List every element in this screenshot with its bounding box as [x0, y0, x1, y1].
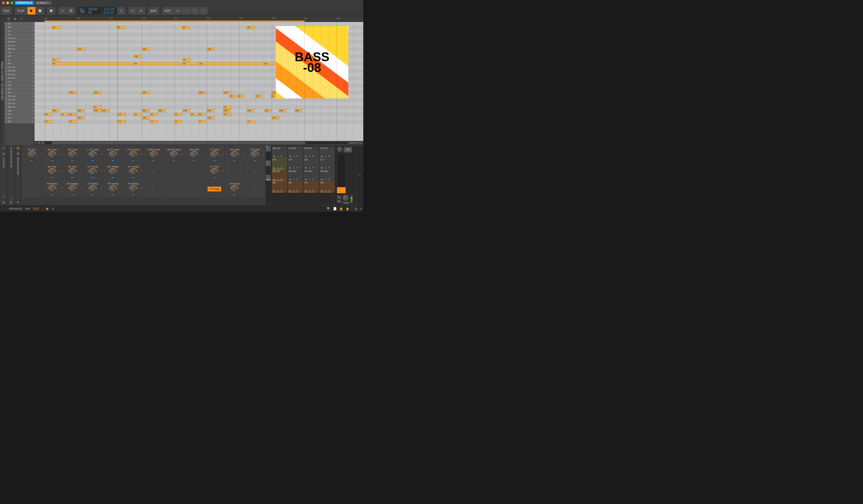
param-bd-level[interactable]: BD Level‹±●━	[42, 147, 62, 163]
automation-write-button[interactable]: w	[59, 7, 66, 14]
pad-ctrl-S[interactable]: S	[276, 155, 279, 158]
settings-icon[interactable]: ⚙	[51, 207, 54, 210]
param-ch-level[interactable]: CH Level‹±●━	[245, 147, 265, 163]
track-row[interactable]: 1MT◀	[4, 55, 34, 59]
note[interactable]: G1	[237, 95, 244, 98]
knob[interactable]	[109, 186, 117, 193]
pad-ctrl-▶[interactable]: ▶	[273, 190, 276, 192]
pad-ctrl-S[interactable]: S	[324, 190, 327, 192]
drum-pad-bd-acc[interactable]: BD Acc▶SM	[272, 169, 287, 181]
mix-view-button[interactable]: MIX	[25, 207, 30, 210]
note[interactable]: D3	[247, 26, 254, 29]
track-mute-icon[interactable]: ◀	[32, 51, 33, 54]
track-mute-icon[interactable]: ◀	[32, 73, 33, 75]
note[interactable]: C#1	[77, 116, 85, 119]
pad-ctrl-M[interactable]: M	[296, 155, 299, 158]
note[interactable]: D#1	[264, 109, 272, 112]
param-ma-cp-level[interactable]: MA/CP Level‹±●━	[164, 147, 184, 163]
pad-ctrl-S[interactable]: S	[308, 167, 311, 169]
track-row[interactable]: 1CL◀	[4, 33, 34, 37]
send-knob[interactable]	[337, 147, 343, 152]
track-row[interactable]: 1HT Acc◀	[4, 37, 34, 40]
pad-ctrl-M[interactable]: M	[312, 190, 315, 192]
track-row[interactable]: 1CP Acc◀	[4, 73, 34, 76]
copy-button[interactable]	[191, 7, 199, 14]
param-mc-tuning[interactable]: MC Tuning‹±●━	[103, 163, 123, 180]
track-row[interactable]: 1MA◀	[4, 91, 34, 95]
knob[interactable]	[109, 151, 117, 159]
knob[interactable]	[211, 168, 218, 176]
knob[interactable]	[190, 151, 198, 159]
edit-view-button[interactable]: EDIT	[33, 207, 39, 210]
track-mute-icon[interactable]: ◀	[32, 44, 33, 47]
stop-button[interactable]	[36, 7, 44, 14]
chain-active-icon[interactable]: ●	[10, 147, 12, 150]
project-tab[interactable]: ▶ New 2* ×	[36, 1, 51, 5]
note[interactable]: G#1	[223, 91, 231, 94]
footer-tool3[interactable]: ⚙	[42, 142, 44, 144]
pad-ctrl-M[interactable]: M	[312, 167, 315, 169]
record-button[interactable]	[47, 7, 55, 14]
note[interactable]: C1	[198, 120, 206, 123]
knob[interactable]	[170, 151, 178, 159]
note[interactable]: D3	[182, 26, 189, 29]
note[interactable]: G#1	[69, 91, 76, 94]
note[interactable]: F#2	[134, 55, 141, 58]
knob[interactable]	[129, 151, 137, 159]
note[interactable]: D#1	[207, 109, 214, 112]
knob[interactable]	[69, 151, 76, 159]
note[interactable]: F2	[183, 59, 190, 62]
empty-param-slot[interactable]: +	[22, 180, 42, 198]
note[interactable]: G1	[229, 95, 236, 98]
note[interactable]: D#1	[77, 109, 85, 112]
expand-icon[interactable]: ◐	[2, 200, 5, 204]
note[interactable]: D1	[69, 113, 76, 116]
note[interactable]: C#1	[207, 116, 214, 119]
pad-selector-3[interactable]	[266, 175, 271, 180]
pad-ctrl-M[interactable]: M	[280, 190, 283, 192]
horizontal-scrollbar[interactable]	[46, 142, 348, 144]
zoom-value[interactable]: 1/16	[350, 142, 354, 144]
track-mute-icon[interactable]: ◀	[32, 77, 33, 79]
note[interactable]: E1	[93, 106, 101, 109]
drum-pad-cp[interactable]: CP▶SM	[288, 158, 303, 169]
pad-ctrl-▶[interactable]: ▶	[273, 167, 276, 169]
param-sd-level[interactable]: SD Level‹±●━	[62, 147, 82, 163]
track-row[interactable]: 1CH Acc◀	[4, 98, 34, 102]
pad-ctrl-S[interactable]: S	[292, 167, 295, 169]
note[interactable]: G#2	[77, 48, 85, 51]
param-oh-level[interactable]: OH Level‹±●━	[225, 147, 245, 163]
param-h-c-t-level[interactable]: H C/T Level‹±●━	[123, 147, 143, 163]
track-mute-icon[interactable]: ◀	[32, 30, 33, 32]
empty-param-slot[interactable]: +	[184, 180, 204, 198]
note[interactable]: D#1	[142, 109, 149, 112]
device-indicator-icon[interactable]: ●	[17, 200, 19, 204]
knob[interactable]	[231, 186, 238, 193]
note[interactable]: D#1	[223, 109, 231, 112]
track-row[interactable]: 1MA Acc◀	[4, 76, 34, 80]
history-icon[interactable]: ⟲	[2, 195, 5, 198]
panel-toggle-icon[interactable]: ▣	[46, 207, 49, 210]
pad-ctrl-M[interactable]: M	[280, 167, 283, 169]
note[interactable]: D1	[190, 113, 198, 116]
note[interactable]: G#1	[198, 91, 206, 94]
param-bd-tone[interactable]: BD Tone‹±●━	[42, 163, 62, 180]
zoom-dropdown-icon[interactable]: ▾	[355, 142, 356, 144]
drum-pad-cp-acc[interactable]: CP Acc▶SM	[288, 147, 303, 158]
position-display[interactable]: 1.3.2.23 0:01.107	[102, 7, 117, 14]
note[interactable]: F2	[52, 59, 60, 62]
crown-icon[interactable]: ♛	[2, 147, 5, 150]
piano-icon[interactable]: ▥	[2, 152, 5, 155]
redo-button[interactable]	[183, 7, 190, 14]
pad-ctrl-S[interactable]: S	[308, 178, 311, 180]
mixer-icon[interactable]: ▥	[354, 207, 357, 210]
note[interactable]: C1	[247, 120, 255, 123]
loop-button[interactable]	[128, 7, 136, 14]
track-mute-icon[interactable]: ◀	[32, 95, 33, 97]
note[interactable]: C#1	[142, 116, 149, 119]
grid-view-icon[interactable]: ⊞	[12, 16, 18, 22]
track-row[interactable]: 1BD Acc◀	[4, 105, 34, 109]
param-lt-tuning[interactable]: LT Tuning‹±●━	[83, 180, 102, 198]
track-mute-icon[interactable]: ◀	[32, 91, 33, 94]
track-mute-icon[interactable]: ◀	[32, 34, 33, 36]
